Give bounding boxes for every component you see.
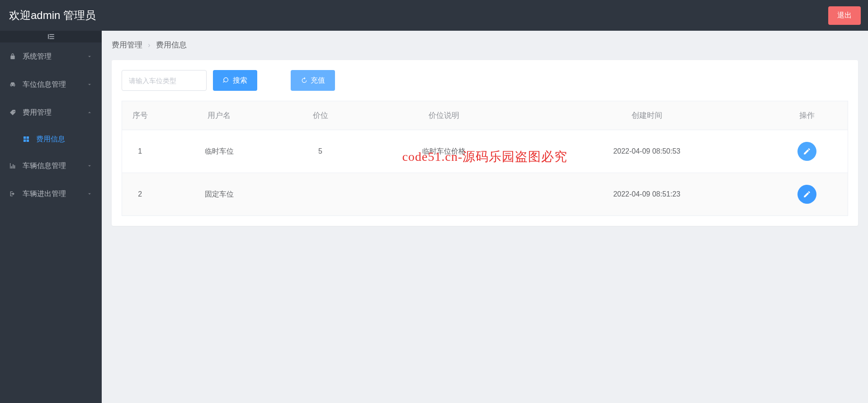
- fee-table: 序号 用户名 价位 价位说明 创建时间 操作 1 临时车位 5 临时车位价格 2: [122, 101, 848, 216]
- sidebar-item-label: 费用管理: [23, 108, 52, 117]
- th-created: 创建时间: [527, 101, 767, 130]
- sidebar-item-parking[interactable]: 车位信息管理: [0, 70, 102, 98]
- tag-icon: [9, 109, 16, 116]
- menu-collapse-icon: [47, 33, 55, 41]
- logout-button[interactable]: 退出: [828, 6, 861, 25]
- car-icon: [9, 81, 16, 88]
- sidebar-item-fee[interactable]: 费用管理: [0, 98, 102, 127]
- sidebar-subitem-fee-info[interactable]: 费用信息: [14, 127, 102, 152]
- chevron-down-icon: [86, 163, 93, 169]
- lock-icon: [9, 53, 16, 60]
- sidebar-item-label: 车辆进出管理: [23, 189, 66, 199]
- breadcrumb: 费用管理 › 费用信息: [112, 40, 858, 50]
- cell-username: 临时车位: [158, 130, 280, 173]
- th-no: 序号: [122, 101, 158, 130]
- chevron-down-icon: [86, 81, 93, 88]
- chevron-right-icon: ›: [148, 41, 151, 50]
- sidebar-item-system[interactable]: 系统管理: [0, 42, 102, 70]
- sidebar-subitem-label: 费用信息: [36, 135, 65, 144]
- loading-icon: [301, 77, 308, 84]
- sidebar-collapse-toggle[interactable]: [0, 31, 102, 42]
- chart-icon: [9, 162, 16, 169]
- sidebar-item-vehicle-inout[interactable]: 车辆进出管理: [0, 180, 102, 208]
- chevron-down-icon: [86, 53, 93, 60]
- table-row: 2 固定车位 2022-04-09 08:51:23: [122, 173, 848, 216]
- chevron-down-icon: [86, 191, 93, 197]
- th-desc: 价位说明: [361, 101, 527, 130]
- breadcrumb-current: 费用信息: [156, 40, 187, 50]
- sidebar-item-label: 车位信息管理: [23, 80, 66, 89]
- main-content: 费用管理 › 费用信息 搜索 充值 序号 用户名: [102, 31, 868, 403]
- chevron-up-icon: [86, 109, 93, 116]
- table-row: 1 临时车位 5 临时车位价格 2022-04-09 08:50:53: [122, 130, 848, 173]
- search-icon: [223, 77, 230, 84]
- th-price: 价位: [280, 101, 361, 130]
- cell-created: 2022-04-09 08:51:23: [527, 173, 767, 216]
- breadcrumb-parent[interactable]: 费用管理: [112, 40, 142, 50]
- edit-icon: [803, 190, 811, 198]
- recharge-button-label: 充值: [311, 76, 325, 85]
- sidebar-item-label: 系统管理: [23, 52, 52, 61]
- cell-username: 固定车位: [158, 173, 280, 216]
- cell-no: 1: [122, 130, 158, 173]
- cell-desc: [361, 173, 527, 216]
- edit-button[interactable]: [797, 142, 816, 161]
- grid-icon: [23, 136, 30, 143]
- search-button[interactable]: 搜索: [213, 70, 257, 91]
- sidebar: 系统管理 车位信息管理 费用管理 费用信息 车辆信息管理 车辆进出管理: [0, 31, 102, 403]
- sidebar-item-label: 车辆信息管理: [23, 161, 66, 171]
- search-input[interactable]: [122, 70, 207, 91]
- edit-icon: [803, 147, 811, 155]
- recharge-button[interactable]: 充值: [291, 70, 335, 91]
- page-title: 欢迎admin 管理员: [9, 8, 96, 23]
- exit-icon: [9, 190, 16, 197]
- cell-desc: 临时车位价格: [361, 130, 527, 173]
- edit-button[interactable]: [797, 185, 816, 204]
- sidebar-item-vehicle-info[interactable]: 车辆信息管理: [0, 152, 102, 180]
- search-button-label: 搜索: [233, 76, 247, 85]
- th-action: 操作: [767, 101, 848, 130]
- content-card: 搜索 充值 序号 用户名 价位 价位说明 创建时间 操作: [112, 60, 858, 226]
- th-username: 用户名: [158, 101, 280, 130]
- cell-created: 2022-04-09 08:50:53: [527, 130, 767, 173]
- cell-no: 2: [122, 173, 158, 216]
- cell-price: 5: [280, 130, 361, 173]
- cell-price: [280, 173, 361, 216]
